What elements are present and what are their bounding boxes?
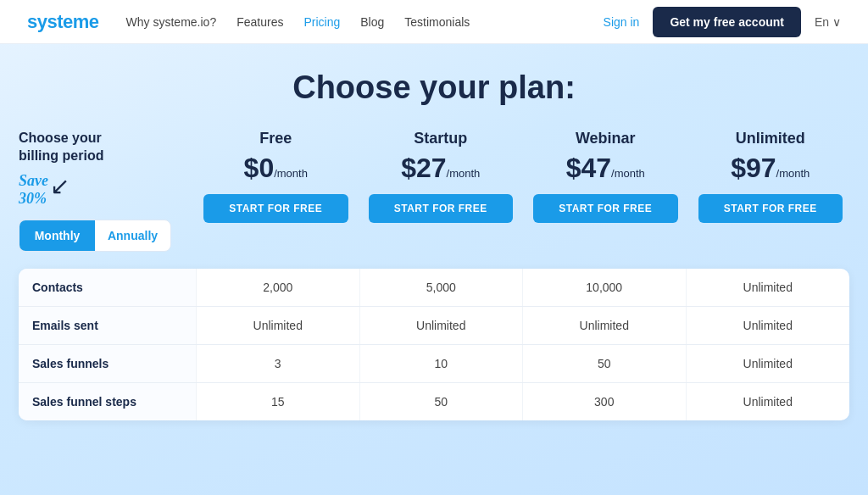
plan-free-price: $0/month	[203, 153, 348, 184]
language-selector[interactable]: En ∨	[815, 15, 841, 29]
plan-unlimited: Unlimited $97/month START FOR FREE	[692, 130, 850, 233]
emails-free: Unlimited	[197, 307, 360, 344]
sign-in-link[interactable]: Sign in	[604, 15, 640, 29]
navbar: systeme Why systeme.io? Features Pricing…	[0, 0, 868, 44]
main-content: Choose your plan: Choose your billing pe…	[0, 44, 868, 437]
contacts-free: 2,000	[197, 269, 360, 306]
plan-free-amount: $0	[244, 153, 275, 183]
plan-webinar-name: Webinar	[533, 130, 678, 147]
table-row: Emails sent Unlimited Unlimited Unlimite…	[19, 307, 849, 345]
plan-headers: Free $0/month START FOR FREE Startup $27…	[197, 130, 849, 233]
contacts-webinar: 10,000	[523, 269, 687, 306]
billing-label: Choose your billing period	[19, 130, 188, 165]
billing-period-selector: Choose your billing period Save30% ↙ Mon…	[19, 130, 197, 252]
logo[interactable]: systeme	[27, 11, 99, 33]
contacts-unlimited: Unlimited	[687, 269, 850, 306]
get-free-account-button[interactable]: Get my free account	[653, 7, 801, 37]
emails-webinar: Unlimited	[523, 307, 687, 344]
funnel-steps-startup: 50	[360, 383, 524, 420]
funnels-unlimited: Unlimited	[687, 345, 850, 382]
funnels-free: 3	[197, 345, 360, 382]
monthly-toggle[interactable]: Monthly	[19, 220, 95, 251]
save-arrow-icon: ↙	[50, 172, 70, 200]
table-row: Contacts 2,000 5,000 10,000 Unlimited	[19, 269, 849, 307]
nav-blog[interactable]: Blog	[360, 15, 384, 29]
plan-startup-amount: $27	[401, 153, 446, 183]
funnel-steps-free: 15	[197, 383, 360, 420]
plan-startup-price: $27/month	[369, 153, 514, 184]
emails-startup: Unlimited	[360, 307, 524, 344]
nav-right: Sign in Get my free account En ∨	[604, 7, 841, 37]
nav-features[interactable]: Features	[236, 15, 283, 29]
nav-pricing[interactable]: Pricing	[303, 15, 340, 29]
funnel-steps-webinar: 300	[523, 383, 687, 420]
nav-why[interactable]: Why systeme.io?	[126, 15, 217, 29]
save-badge: Save30%	[19, 172, 48, 208]
funnels-startup: 10	[360, 345, 524, 382]
comparison-table: Contacts 2,000 5,000 10,000 Unlimited Em…	[19, 269, 849, 420]
table-row: Sales funnels 3 10 50 Unlimited	[19, 345, 849, 383]
plan-startup-name: Startup	[369, 130, 514, 147]
plan-unlimited-cta[interactable]: START FOR FREE	[698, 194, 843, 223]
plan-free-name: Free	[203, 130, 348, 147]
funnels-webinar: 50	[523, 345, 687, 382]
nav-links: Why systeme.io? Features Pricing Blog Te…	[126, 15, 604, 29]
plans-column: Free $0/month START FOR FREE Startup $27…	[197, 130, 849, 252]
nav-testimonials[interactable]: Testimonials	[404, 15, 470, 29]
plan-startup-cta[interactable]: START FOR FREE	[369, 194, 514, 223]
feature-funnel-steps: Sales funnel steps	[19, 383, 197, 420]
feature-funnels: Sales funnels	[19, 345, 197, 382]
plan-webinar-price: $47/month	[533, 153, 678, 184]
table-row: Sales funnel steps 15 50 300 Unlimited	[19, 383, 849, 420]
plan-startup-period: /month	[447, 167, 481, 180]
plan-unlimited-name: Unlimited	[698, 130, 843, 147]
plan-free-cta[interactable]: START FOR FREE	[203, 194, 348, 223]
contacts-startup: 5,000	[360, 269, 524, 306]
plan-webinar: Webinar $47/month START FOR FREE	[526, 130, 685, 233]
plan-unlimited-amount: $97	[731, 153, 776, 183]
plan-free: Free $0/month START FOR FREE	[197, 130, 355, 233]
plan-webinar-period: /month	[611, 167, 645, 180]
plan-startup: Startup $27/month START FOR FREE	[362, 130, 520, 233]
plan-free-period: /month	[274, 167, 308, 180]
annually-toggle[interactable]: Annually	[95, 220, 170, 251]
emails-unlimited: Unlimited	[687, 307, 850, 344]
page-title: Choose your plan:	[17, 70, 851, 106]
plan-webinar-cta[interactable]: START FOR FREE	[533, 194, 678, 223]
plan-webinar-amount: $47	[566, 153, 611, 183]
pricing-wrapper: Choose your billing period Save30% ↙ Mon…	[19, 130, 849, 252]
plan-unlimited-period: /month	[776, 167, 810, 180]
feature-contacts: Contacts	[19, 269, 197, 306]
plan-unlimited-price: $97/month	[698, 153, 843, 184]
feature-emails: Emails sent	[19, 307, 197, 344]
billing-toggle: Monthly Annually	[19, 220, 171, 252]
funnel-steps-unlimited: Unlimited	[687, 383, 850, 420]
